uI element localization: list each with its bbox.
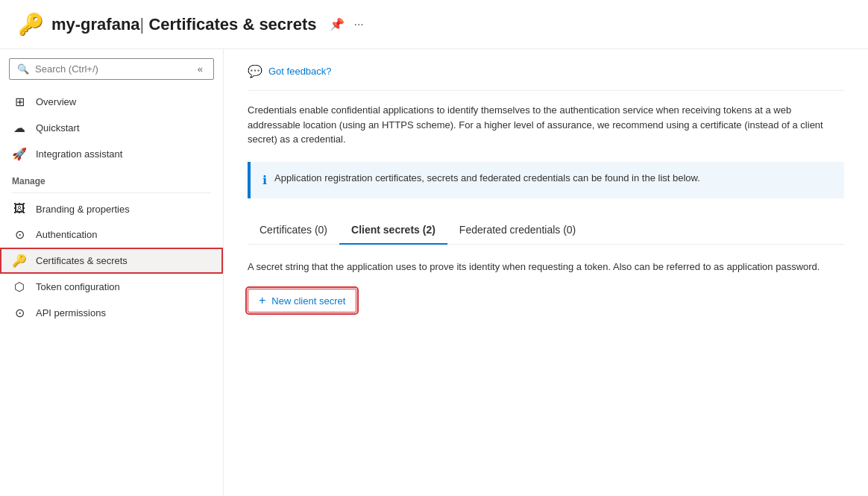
key-icon: 🔑: [18, 12, 44, 37]
sidebar-item-label: Token configuration: [36, 281, 120, 292]
tabs-bar: Certificates (0) Client secrets (2) Fede…: [248, 216, 844, 245]
sidebar-item-label: Integration assistant: [36, 148, 122, 160]
collapse-button[interactable]: «: [195, 63, 206, 75]
sidebar-item-branding[interactable]: 🖼 Branding & properties: [0, 196, 223, 222]
feedback-row[interactable]: 💬 Got feedback?: [248, 64, 844, 91]
page-title: my-grafana| Certificates & secrets: [51, 15, 316, 34]
search-box[interactable]: 🔍 «: [9, 58, 214, 80]
sidebar-item-label: Branding & properties: [36, 204, 130, 215]
sidebar-item-label: Quickstart: [36, 122, 80, 134]
feedback-icon: 💬: [248, 64, 262, 78]
search-input[interactable]: [35, 63, 189, 75]
sidebar-item-label: Authentication: [36, 229, 97, 240]
search-icon: 🔍: [17, 63, 29, 75]
sidebar-item-label: Overview: [36, 96, 76, 107]
info-banner-text: Application registration certificates, s…: [274, 171, 700, 186]
sidebar-item-authentication[interactable]: ⊙ Authentication: [0, 222, 223, 248]
overview-icon: ⊞: [12, 95, 27, 109]
integration-icon: 🚀: [12, 147, 27, 161]
branding-icon: 🖼: [12, 202, 27, 216]
sidebar-item-api-permissions[interactable]: ⊙ API permissions: [0, 300, 223, 326]
secret-description: A secret string that the application use…: [248, 260, 844, 274]
sidebar-item-quickstart[interactable]: ☁ Quickstart: [0, 115, 223, 141]
token-icon: ⬡: [12, 280, 27, 294]
content-area: 💬 Got feedback? Credentials enable confi…: [224, 49, 868, 496]
app-name: my-grafana: [51, 15, 140, 34]
title-separator: |: [140, 15, 145, 34]
certificates-icon: 🔑: [12, 254, 27, 268]
authentication-icon: ⊙: [12, 227, 27, 242]
sidebar-item-label: API permissions: [36, 307, 106, 318]
info-icon: ℹ: [262, 172, 267, 189]
plus-icon: +: [259, 294, 265, 307]
page-title-text: Certificates & secrets: [148, 15, 316, 34]
sidebar-item-certificates[interactable]: 🔑 Certificates & secrets: [0, 248, 223, 274]
pin-icon[interactable]: 📌: [330, 17, 345, 31]
sidebar-item-token-config[interactable]: ⬡ Token configuration: [0, 274, 223, 300]
manage-section-label: Manage: [0, 167, 223, 189]
new-secret-label: New client secret: [271, 295, 345, 307]
api-icon: ⊙: [12, 306, 27, 320]
sidebar: 🔍 « ⊞ Overview ☁ Quickstart 🚀 Integratio…: [0, 49, 224, 496]
nav-divider: [12, 192, 211, 193]
quickstart-icon: ☁: [12, 121, 27, 135]
header: 🔑 my-grafana| Certificates & secrets 📌 ·…: [0, 0, 868, 49]
credentials-description: Credentials enable confidential applicat…: [248, 103, 844, 147]
feedback-text: Got feedback?: [268, 66, 332, 77]
sidebar-item-integration-assistant[interactable]: 🚀 Integration assistant: [0, 141, 223, 167]
sidebar-item-overview[interactable]: ⊞ Overview: [0, 89, 223, 115]
info-banner: ℹ Application registration certificates,…: [248, 162, 844, 198]
tab-federated-credentials[interactable]: Federated credentials (0): [447, 216, 588, 245]
main-layout: 🔍 « ⊞ Overview ☁ Quickstart 🚀 Integratio…: [0, 49, 868, 496]
header-actions: 📌 ···: [330, 17, 363, 31]
tab-client-secrets[interactable]: Client secrets (2): [339, 216, 447, 245]
more-options-icon[interactable]: ···: [353, 18, 363, 31]
new-client-secret-button[interactable]: + New client secret: [248, 289, 356, 313]
sidebar-item-label: Certificates & secrets: [36, 255, 128, 266]
tab-certificates[interactable]: Certificates (0): [248, 216, 339, 245]
